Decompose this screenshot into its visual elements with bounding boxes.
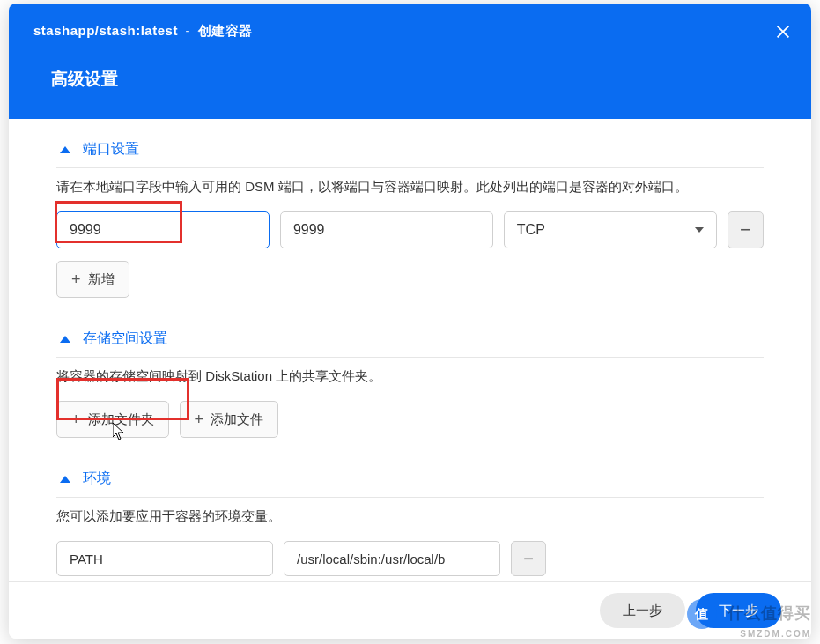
port-desc: 请在本地端口字段中输入可用的 DSM 端口，以将端口与容器端口映射。此处列出的端…	[56, 179, 764, 196]
env-desc: 您可以添加要应用于容器的环境变量。	[56, 508, 764, 525]
add-folder-label: 添加文件夹	[88, 411, 154, 428]
dialog-content: 端口设置 请在本地端口字段中输入可用的 DSM 端口，以将端口与容器端口映射。此…	[9, 119, 811, 581]
dialog-header: stashapp/stash:latest - 创建容器 高级设置	[9, 4, 811, 119]
dialog-footer: 上一步 下一步	[9, 581, 811, 639]
add-file-button[interactable]: + 添加文件	[180, 401, 279, 438]
container-port-input[interactable]	[280, 211, 493, 248]
next-button[interactable]: 下一步	[696, 593, 781, 628]
local-port-input[interactable]	[56, 211, 270, 248]
add-file-label: 添加文件	[211, 411, 263, 428]
create-container-dialog: stashapp/stash:latest - 创建容器 高级设置 端口设置 请…	[9, 4, 811, 639]
section-title-env: 环境	[83, 470, 111, 488]
plus-icon: +	[71, 271, 81, 287]
image-name: stashapp/stash:latest	[33, 23, 178, 38]
plus-icon: +	[71, 411, 81, 427]
section-toggle-storage[interactable]: 存储空间设置	[56, 329, 764, 358]
chevron-down-icon	[695, 227, 704, 233]
section-title-storage: 存储空间设置	[83, 329, 167, 348]
header-title-row: stashapp/stash:latest - 创建容器	[33, 23, 787, 40]
chevron-up-icon	[60, 336, 70, 343]
section-toggle-env[interactable]: 环境	[56, 470, 764, 498]
port-row: TCP −	[56, 211, 764, 248]
dialog-subtitle: 创建容器	[198, 23, 253, 38]
page-title: 高级设置	[33, 68, 787, 91]
section-toggle-port[interactable]: 端口设置	[56, 140, 764, 168]
chevron-up-icon	[60, 146, 70, 153]
add-folder-button[interactable]: + 添加文件夹	[56, 401, 169, 438]
plus-icon: +	[195, 411, 204, 427]
prev-button[interactable]: 上一步	[600, 593, 685, 628]
storage-desc: 将容器的存储空间映射到 DiskStation 上的共享文件夹。	[56, 368, 764, 385]
remove-env-button[interactable]: −	[511, 541, 546, 576]
env-value-input[interactable]	[284, 541, 500, 576]
section-title-port: 端口设置	[83, 140, 139, 159]
close-icon[interactable]	[772, 21, 794, 42]
protocol-value: TCP	[517, 222, 545, 238]
add-port-button[interactable]: + 新增	[56, 261, 129, 298]
add-port-label: 新增	[88, 271, 115, 288]
title-separator: -	[186, 23, 191, 38]
chevron-up-icon	[60, 476, 70, 483]
protocol-select[interactable]: TCP	[504, 211, 717, 248]
remove-port-button[interactable]: −	[728, 211, 764, 248]
storage-buttons: + 添加文件夹 + 添加文件	[56, 401, 764, 438]
env-key-input[interactable]	[56, 541, 273, 576]
env-row: −	[56, 541, 764, 576]
